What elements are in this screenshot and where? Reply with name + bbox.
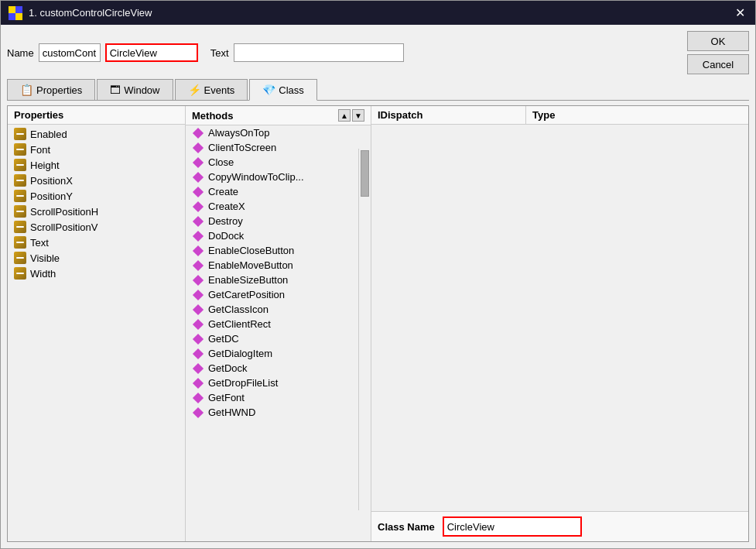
property-icon: [14, 190, 26, 202]
scroll-down-button[interactable]: ▼: [352, 109, 364, 122]
table-row: [371, 227, 748, 244]
table-row: [371, 142, 748, 159]
methods-scrollbar[interactable]: [358, 149, 371, 510]
property-icon: [14, 236, 26, 249]
window-tab-icon: 🗔: [110, 84, 121, 96]
tab-events[interactable]: ⚡ Events: [175, 79, 248, 100]
idispatch-cell: [371, 193, 526, 209]
tab-class[interactable]: 💎 Class: [249, 79, 317, 101]
method-icon: [193, 348, 204, 359]
idispatch-cell: [371, 159, 526, 175]
list-item[interactable]: ScrollPositionH: [8, 204, 185, 219]
name-input-1[interactable]: [39, 43, 101, 62]
list-item[interactable]: Destroy: [186, 214, 358, 228]
method-icon: [193, 215, 204, 226]
list-item[interactable]: ClientToScreen: [186, 140, 358, 155]
list-item[interactable]: GetDialogItem: [186, 346, 358, 361]
table-row: [371, 346, 748, 363]
list-item[interactable]: EnableMoveButton: [186, 258, 358, 273]
method-icon: [193, 333, 204, 344]
list-item[interactable]: AlwaysOnTop: [186, 125, 358, 140]
list-item[interactable]: EnableSizeButton: [186, 273, 358, 287]
tab-window[interactable]: 🗔 Window: [97, 79, 173, 100]
method-icon: [193, 127, 204, 138]
list-item[interactable]: Create: [186, 184, 358, 199]
top-bar: Name Text OK Cancel: [7, 31, 749, 74]
type-cell: [526, 210, 748, 226]
list-item[interactable]: DoDock: [186, 228, 358, 243]
text-input[interactable]: [234, 43, 404, 62]
title-bar: 1. customControlCircleView ✕: [1, 1, 755, 25]
properties-panel: Properties EnabledFontHeightPositionXPos…: [8, 106, 186, 541]
scrollbar-thumb[interactable]: [361, 150, 369, 197]
list-item[interactable]: GetHWND: [186, 405, 358, 420]
list-item[interactable]: PositionX: [8, 173, 185, 188]
method-icon: [193, 156, 204, 167]
tab-properties[interactable]: 📋 Properties: [7, 79, 95, 100]
action-buttons: OK Cancel: [687, 31, 749, 74]
method-icon: [193, 230, 204, 241]
tab-events-label: Events: [204, 84, 235, 96]
svg-rect-3: [15, 13, 22, 20]
table-row: [371, 244, 748, 261]
list-item[interactable]: EnableCloseButton: [186, 243, 358, 258]
list-item[interactable]: CopyWindowToClip...: [186, 170, 358, 184]
scroll-up-button[interactable]: ▲: [338, 109, 351, 122]
list-item[interactable]: PositionY: [8, 188, 185, 204]
idispatch-cell: [371, 295, 526, 311]
list-item[interactable]: GetDropFileList: [186, 376, 358, 390]
cancel-button[interactable]: Cancel: [687, 54, 749, 74]
list-item[interactable]: CreateX: [186, 199, 358, 214]
method-icon: [193, 142, 204, 153]
type-cell: [526, 278, 748, 294]
method-icon: [193, 186, 204, 197]
list-item[interactable]: GetDC: [186, 331, 358, 346]
bottom-bar: Class Name: [371, 511, 748, 541]
list-item[interactable]: Close: [186, 155, 358, 170]
type-cell: [526, 193, 748, 209]
table-row: [371, 363, 748, 380]
list-item[interactable]: GetCaretPosition: [186, 287, 358, 302]
ok-button[interactable]: OK: [687, 31, 749, 51]
class-name-label: Class Name: [378, 521, 435, 533]
list-item[interactable]: GetFont: [186, 390, 358, 405]
type-cell: [526, 125, 748, 141]
events-tab-icon: ⚡: [188, 84, 201, 96]
right-panel-header: IDispatch Type: [371, 106, 748, 125]
method-icon: [193, 259, 204, 270]
idispatch-cell: [371, 176, 526, 192]
list-item[interactable]: Text: [8, 235, 185, 250]
idispatch-col-header: IDispatch: [371, 106, 526, 124]
list-item[interactable]: Visible: [8, 250, 185, 266]
list-item[interactable]: ScrollPositionV: [8, 219, 185, 235]
type-cell: [526, 176, 748, 192]
svg-rect-2: [9, 13, 15, 20]
table-row: [371, 278, 748, 295]
method-icon: [193, 392, 204, 403]
idispatch-cell: [371, 210, 526, 226]
class-tab-icon: 💎: [262, 84, 275, 96]
table-row: [371, 176, 748, 193]
list-item[interactable]: Enabled: [8, 126, 185, 142]
method-icon: [193, 377, 204, 388]
list-item[interactable]: Font: [8, 142, 185, 157]
idispatch-cell: [371, 261, 526, 277]
type-cell: [526, 295, 748, 311]
list-item[interactable]: Width: [8, 266, 185, 281]
name-input-2[interactable]: [105, 43, 198, 62]
app-icon: [9, 6, 22, 20]
list-item[interactable]: GetClientRect: [186, 317, 358, 331]
property-icon: [14, 159, 26, 171]
list-item[interactable]: GetClassIcon: [186, 302, 358, 317]
list-item[interactable]: GetDock: [186, 361, 358, 376]
list-item[interactable]: Height: [8, 157, 185, 173]
type-cell: [526, 346, 748, 362]
method-icon: [193, 171, 204, 182]
text-label: Text: [210, 47, 229, 59]
methods-panel-header-label: Methods: [192, 110, 233, 122]
property-icon: [14, 174, 26, 187]
close-button[interactable]: ✕: [732, 5, 747, 20]
class-name-input[interactable]: [443, 516, 582, 537]
type-col-header: Type: [526, 106, 748, 124]
method-icon: [193, 362, 204, 373]
